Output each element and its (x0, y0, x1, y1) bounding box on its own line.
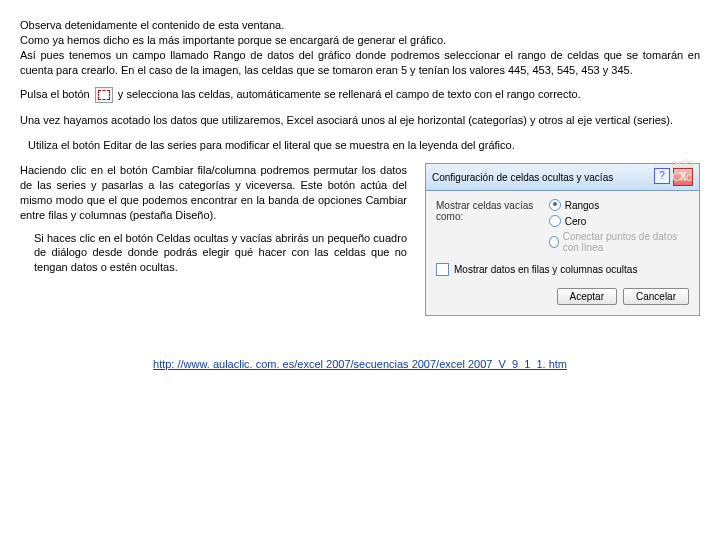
range-selector-icon (95, 87, 113, 103)
radio-connect: Conectar puntos de datos con línea (549, 231, 689, 253)
hidden-empty-cells-dialog: aula Clic Configuración de celdas oculta… (425, 163, 700, 316)
radio-icon (549, 199, 561, 211)
press-button-line: Pulsa el botón y selecciona las celdas, … (20, 87, 700, 103)
radio-icon (549, 215, 561, 227)
intro-line-2: Como ya hemos dicho es la más importante… (20, 33, 700, 48)
checkbox-icon (436, 263, 449, 276)
accept-button[interactable]: Aceptar (557, 288, 617, 305)
edit-series-line: Utiliza el botón Editar de las series pa… (28, 138, 700, 153)
press-button-post: y selecciona las celdas, automáticamente… (118, 88, 581, 100)
radio-connect-label: Conectar puntos de datos con línea (563, 231, 689, 253)
radio-rangos-label: Rangos (565, 200, 599, 211)
close-icon[interactable]: X (673, 168, 693, 186)
radio-icon (549, 236, 559, 248)
show-hidden-label: Mostrar datos en filas y columnas oculta… (454, 264, 637, 275)
dialog-title-text: Configuración de celdas ocultas y vacías (432, 172, 613, 183)
radio-rangos[interactable]: Rangos (549, 199, 689, 211)
switch-rowcol-paragraph: Haciendo clic en el botón Cambiar fila/c… (20, 163, 407, 222)
press-button-pre: Pulsa el botón (20, 88, 90, 100)
intro-line-3: Así pues tenemos un campo llamado Rango … (20, 48, 700, 78)
axis-association-line: Una vez hayamos acotado los datos que ut… (20, 113, 700, 128)
help-icon[interactable]: ? (654, 168, 670, 184)
radio-cero[interactable]: Cero (549, 215, 689, 227)
hidden-cells-paragraph: Si haces clic en el botón Celdas ocultas… (34, 231, 407, 276)
intro-line-1: Observa detenidamente el contenido de es… (20, 18, 700, 33)
show-hidden-checkbox[interactable]: Mostrar datos en filas y columnas oculta… (436, 263, 689, 276)
show-empty-label: Mostrar celdas vacías como: (436, 199, 539, 222)
dialog-titlebar: Configuración de celdas ocultas y vacías… (425, 163, 700, 190)
radio-cero-label: Cero (565, 216, 587, 227)
source-link[interactable]: http: //www. aulaclic. com. es/excel 200… (153, 358, 567, 370)
cancel-button[interactable]: Cancelar (623, 288, 689, 305)
